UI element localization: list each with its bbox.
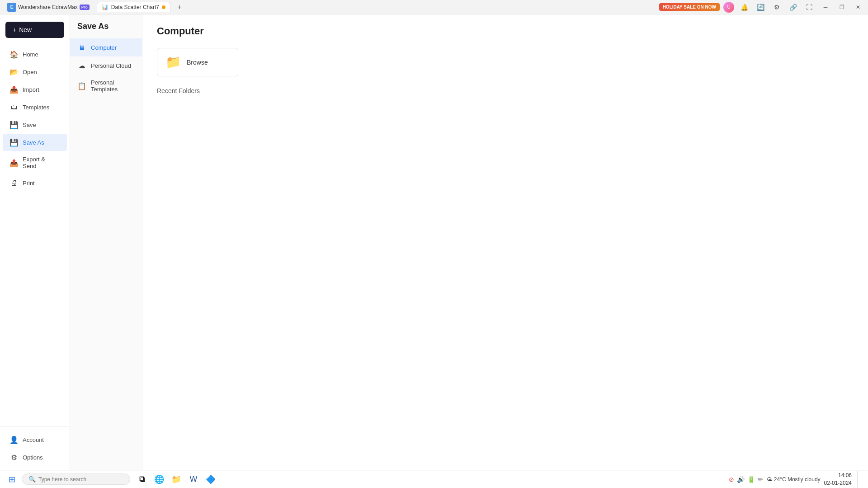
cloud-icon: ☁: [77, 61, 86, 70]
battery-icon[interactable]: 🔋: [747, 476, 755, 483]
windows-icon: ⊞: [9, 474, 15, 484]
computer-icon: 🖥: [77, 43, 86, 52]
volume-icon[interactable]: 🔊: [737, 476, 745, 483]
import-icon: 📥: [10, 85, 18, 94]
sidebar-options-label: Options: [23, 454, 43, 461]
close-button[interactable]: ✕: [852, 1, 864, 14]
browse-card[interactable]: 📁 Browse: [157, 48, 238, 76]
share-icon[interactable]: 🔗: [787, 1, 799, 14]
app-name: Wondershare EdrawMax: [18, 4, 78, 10]
explorer-icon: 📁: [171, 474, 181, 484]
taskbar-apps: ⧉ 🌐 📁 W 🔷: [134, 471, 219, 488]
start-button[interactable]: ⊞: [4, 471, 20, 488]
settings-icon[interactable]: ⚙: [770, 1, 783, 14]
save-icon: 💾: [10, 121, 18, 129]
export-icon: 📤: [10, 159, 18, 167]
sync-icon[interactable]: 🔄: [754, 1, 767, 14]
sidebar-save-label: Save: [23, 122, 36, 128]
sidebar-export-label: Export & Send: [23, 156, 60, 169]
sidebar-item-save-as[interactable]: 💾 Save As: [3, 134, 67, 151]
holiday-sale-button[interactable]: HOLIDAY SALE ON NOW: [659, 3, 720, 11]
personal-templates-icon: 📋: [77, 81, 86, 90]
explorer-app[interactable]: 📁: [168, 471, 184, 488]
weather-text: 24°C Mostly cloudy: [774, 476, 821, 483]
save-as-panel: Save As 🖥 Computer ☁ Personal Cloud 📋 Pe…: [70, 14, 142, 470]
save-as-personal-cloud[interactable]: ☁ Personal Cloud: [70, 56, 142, 75]
sidebar-nav: 🏠 Home 📂 Open 📥 Import 🗂 Templates 💾 Sav…: [0, 42, 70, 427]
tab-label: Data Scatter Chart7: [111, 4, 159, 10]
sidebar-item-home[interactable]: 🏠 Home: [3, 46, 67, 63]
save-as-personal-templates[interactable]: 📋 Personal Templates: [70, 75, 142, 97]
edrawmax-taskbar-app[interactable]: 🔷: [203, 471, 219, 488]
show-desktop-button[interactable]: [857, 471, 864, 488]
weather-info: 🌤 24°C Mostly cloudy: [767, 476, 821, 483]
network-error-icon[interactable]: ⊘: [729, 476, 734, 483]
sidebar-item-export-send[interactable]: 📤 Export & Send: [3, 151, 67, 174]
sidebar-item-import[interactable]: 📥 Import: [3, 81, 67, 98]
new-label: New: [19, 26, 32, 33]
clock-date: 02-01-2024: [824, 479, 852, 487]
sidebar-print-label: Print: [23, 180, 35, 187]
system-tray: ⊘ 🔊 🔋 ✏: [729, 476, 763, 483]
save-as-title: Save As: [70, 22, 142, 38]
titlebar-right: HOLIDAY SALE ON NOW U 🔔 🔄 ⚙ 🔗 ⛶ ─ ❐ ✕: [659, 1, 864, 14]
sidebar-import-label: Import: [23, 86, 39, 93]
bell-icon[interactable]: 🔔: [738, 1, 750, 14]
save-as-templates-label: Personal Templates: [91, 79, 135, 93]
pro-badge: Pro: [80, 5, 90, 10]
search-icon: 🔍: [28, 476, 36, 483]
save-as-computer[interactable]: 🖥 Computer: [70, 38, 142, 56]
avatar[interactable]: U: [723, 2, 734, 13]
word-app[interactable]: W: [185, 471, 202, 488]
sidebar-item-save[interactable]: 💾 Save: [3, 116, 67, 133]
maximize-button[interactable]: ❐: [835, 1, 848, 14]
home-icon: 🏠: [10, 50, 18, 58]
sidebar-item-print[interactable]: 🖨 Print: [3, 174, 67, 192]
print-icon: 🖨: [10, 179, 18, 187]
tab-modified-dot: [162, 5, 165, 9]
word-icon: W: [190, 474, 198, 484]
sidebar-templates-label: Templates: [23, 104, 49, 111]
content-title: Computer: [157, 25, 854, 37]
add-tab-button[interactable]: +: [174, 2, 185, 13]
taskbar: ⊞ 🔍 ⧉ 🌐 📁 W 🔷 ⊘ 🔊 🔋 ✏ 🌤 24°C Mostly clou…: [0, 470, 868, 488]
sidebar-home-label: Home: [23, 51, 38, 58]
account-icon: 👤: [10, 436, 18, 444]
clock: 14:06 02-01-2024: [824, 472, 852, 487]
taskview-button[interactable]: ⧉: [134, 471, 150, 488]
clock-time: 14:06: [824, 472, 852, 479]
options-icon: ⚙: [10, 453, 18, 461]
taskbar-search-box[interactable]: 🔍: [22, 474, 130, 485]
sidebar-open-label: Open: [23, 69, 37, 75]
recent-folders-label: Recent Folders: [157, 87, 854, 94]
edrawmax-icon: 🔷: [206, 474, 216, 484]
save-as-icon: 💾: [10, 138, 18, 146]
fullscreen-icon[interactable]: ⛶: [803, 1, 816, 14]
sidebar-item-options[interactable]: ⚙ Options: [3, 449, 67, 466]
weather-icon: 🌤: [767, 476, 772, 483]
sidebar-item-templates[interactable]: 🗂 Templates: [3, 99, 67, 116]
sidebar-item-account[interactable]: 👤 Account: [3, 431, 67, 448]
templates-icon: 🗂: [10, 103, 18, 111]
sidebar: + New 🏠 Home 📂 Open 📥 Import 🗂 Templates…: [0, 14, 70, 470]
taskbar-right: ⊘ 🔊 🔋 ✏ 🌤 24°C Mostly cloudy 14:06 02-01…: [729, 471, 864, 488]
browse-label: Browse: [187, 59, 208, 66]
save-as-cloud-label: Personal Cloud: [91, 62, 131, 69]
document-tab[interactable]: 📊 Data Scatter Chart7: [97, 2, 170, 12]
sidebar-item-open[interactable]: 📂 Open: [3, 63, 67, 80]
taskbar-search-input[interactable]: [38, 476, 120, 483]
open-icon: 📂: [10, 68, 18, 76]
main-container: + New 🏠 Home 📂 Open 📥 Import 🗂 Templates…: [0, 14, 868, 470]
folder-icon: 📁: [165, 55, 181, 70]
browser-app[interactable]: 🌐: [151, 471, 167, 488]
sidebar-bottom: 👤 Account ⚙ Options: [0, 427, 70, 470]
new-button[interactable]: + New: [5, 22, 64, 38]
sidebar-account-label: Account: [23, 436, 44, 443]
content-area: Computer 📁 Browse Recent Folders: [142, 14, 868, 470]
titlebar-left: E Wondershare EdrawMax Pro 📊 Data Scatte…: [4, 1, 185, 14]
minimize-button[interactable]: ─: [819, 1, 832, 14]
pen-icon[interactable]: ✏: [758, 476, 763, 483]
new-icon: +: [13, 26, 16, 33]
app-tab: E Wondershare EdrawMax Pro: [4, 1, 93, 14]
save-as-computer-label: Computer: [91, 44, 117, 51]
